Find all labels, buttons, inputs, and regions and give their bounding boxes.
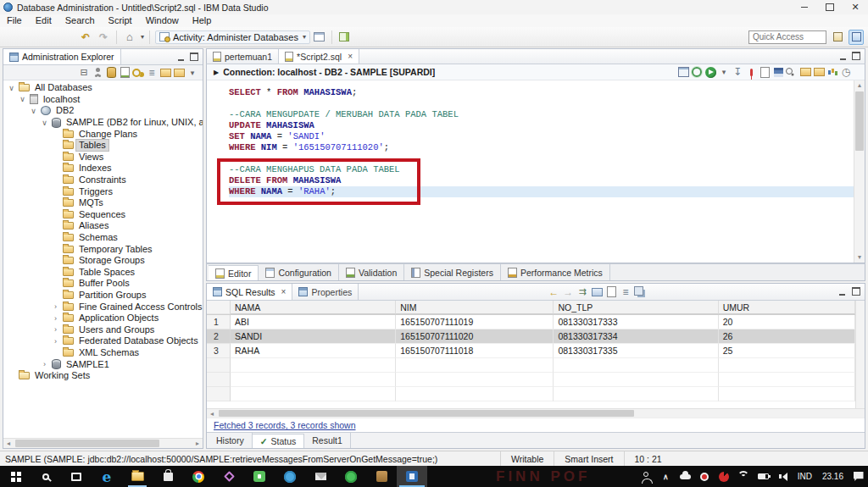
file-explorer-icon[interactable] — [122, 466, 153, 487]
app-green-icon[interactable] — [336, 466, 366, 487]
close-button[interactable]: ✕ — [843, 0, 868, 14]
app-blue-icon[interactable] — [275, 466, 305, 487]
tab-properties[interactable]: Properties — [292, 284, 359, 300]
explorer-hscrollbar[interactable]: ◂ ▸ — [3, 438, 203, 448]
tree-item-aliases[interactable]: Aliases — [3, 220, 203, 232]
maximize-results-icon[interactable] — [852, 288, 860, 296]
tree-item-tables[interactable]: Tables — [3, 140, 203, 152]
tab-validation[interactable]: Validation — [339, 264, 404, 280]
table-view-icon[interactable] — [313, 30, 326, 44]
tree-item-users-and-groups[interactable]: ›Users and Groups — [3, 324, 203, 335]
layout-icon[interactable] — [633, 285, 647, 299]
table-row[interactable]: 2SANDI16515070711102008133031733426 — [207, 329, 855, 344]
run-script-icon[interactable] — [118, 66, 131, 80]
redo-icon[interactable]: ↷ — [96, 29, 111, 45]
key-icon[interactable] — [131, 66, 145, 80]
recorder-icon[interactable] — [695, 466, 715, 487]
data-studio-icon[interactable] — [397, 466, 427, 487]
tree-item-sample1[interactable]: ›SAMPLE1 — [3, 358, 203, 370]
menu-edit[interactable]: Edit — [29, 14, 58, 27]
close-tab-icon[interactable]: × — [348, 52, 353, 61]
run-options-icon[interactable] — [717, 65, 731, 79]
tree-item-change-plans[interactable]: Change Plans — [3, 128, 203, 140]
tree-item-storage-groups[interactable]: Storage Groups — [3, 255, 203, 267]
tree-item-schemas[interactable]: Schemas — [3, 232, 203, 244]
scroll-right-icon[interactable]: ▸ — [192, 440, 203, 447]
tree-item-fine-grained-access-controls[interactable]: ›Fine Grained Access Controls — [3, 301, 203, 313]
expand-connection-icon[interactable]: ▶ — [214, 69, 219, 76]
editor-vscrollbar[interactable]: ▴ ▾ — [854, 80, 865, 263]
tree-item-partition-groups[interactable]: Partition Groups — [3, 290, 203, 302]
store-icon[interactable] — [153, 466, 183, 487]
tree-item-temporary-tables[interactable]: Temporary Tables — [3, 243, 203, 255]
pin-result-icon[interactable] — [576, 285, 589, 299]
column-header-nim[interactable]: NIM — [396, 301, 554, 314]
results-vscrollbar[interactable] — [855, 301, 865, 408]
table-row[interactable]: 1ABI16515070711101908133031733320 — [207, 315, 855, 329]
column-header-no-tlp[interactable]: NO_TLP — [554, 301, 718, 314]
scroll-thumb[interactable] — [15, 440, 159, 447]
task-view-button[interactable] — [61, 466, 92, 487]
notification-center-icon[interactable] — [849, 466, 868, 487]
list-view-icon[interactable] — [145, 66, 159, 80]
menu-search[interactable]: Search — [58, 14, 102, 27]
start-button[interactable] — [0, 466, 31, 487]
tree-item-federated-database-objects[interactable]: ›Federated Database Objects — [3, 335, 203, 347]
activity-selector[interactable]: Activity: Administer Databases ▾ — [155, 30, 310, 44]
recorder-alt-icon[interactable] — [715, 466, 734, 487]
onedrive-icon[interactable] — [676, 466, 695, 487]
wifi-icon[interactable] — [734, 466, 754, 487]
maximize-panel-icon[interactable] — [190, 53, 198, 61]
tab-performance-metrics[interactable]: Performance Metrics — [501, 264, 610, 280]
language-indicator[interactable]: IND — [793, 472, 817, 481]
schedule-icon[interactable] — [839, 65, 853, 79]
new-database-icon[interactable] — [104, 66, 118, 80]
tree-item-localhost[interactable]: ∨localhost — [3, 94, 203, 106]
minimize-button[interactable] — [792, 0, 817, 14]
menu-file[interactable]: File — [0, 14, 29, 27]
battery-icon[interactable] — [754, 466, 773, 487]
people-icon[interactable] — [637, 466, 656, 487]
tree-item-constraints[interactable]: Constraints — [3, 174, 203, 186]
tree-item-application-objects[interactable]: ›Application Objects — [3, 313, 203, 324]
tab-status[interactable]: ✓Status — [253, 434, 305, 448]
table-row[interactable]: 3RAHA16515070711101808133031733525 — [207, 344, 855, 358]
mail-icon[interactable] — [305, 466, 336, 487]
new-user-icon[interactable] — [91, 66, 104, 80]
undo-icon[interactable]: ↶ — [78, 29, 93, 45]
tab-special-registers[interactable]: Special Registers — [404, 264, 501, 280]
editor-tab-script2-sql[interactable]: *Script2.sql× — [279, 49, 359, 64]
scroll-thumb[interactable] — [855, 91, 864, 151]
tab-result1[interactable]: Result1 — [304, 433, 351, 448]
tab-history[interactable]: History — [209, 433, 253, 448]
editor-tab-pertemuan1[interactable]: pertemuan1 — [207, 49, 279, 64]
minimize-editor-icon[interactable] — [838, 53, 847, 60]
scroll-thumb[interactable] — [219, 410, 634, 417]
import-icon[interactable] — [798, 65, 812, 79]
tree-item-mqts[interactable]: MQTs — [3, 197, 203, 209]
scroll-down-icon[interactable]: ▾ — [854, 252, 865, 263]
save-icon[interactable] — [771, 65, 785, 79]
scroll-left-icon[interactable]: ◂ — [207, 410, 217, 418]
tree-item-triggers[interactable]: Triggers — [3, 185, 203, 197]
volume-icon[interactable] — [773, 466, 793, 487]
scroll-track[interactable] — [14, 439, 192, 448]
run-sql-icon[interactable] — [704, 65, 717, 79]
tree-item-indexes[interactable]: Indexes — [3, 163, 203, 174]
column-header-nama[interactable]: NAMA — [231, 301, 396, 314]
tab-sql-results[interactable]: SQL Results× — [207, 284, 292, 300]
hidden-icons-chevron[interactable] — [656, 466, 676, 487]
tab-administration-explorer[interactable]: Administration Explorer — [3, 49, 121, 64]
visual-explain-icon[interactable] — [826, 65, 839, 79]
menu-window[interactable]: Window — [139, 14, 186, 27]
configuration-icon[interactable] — [690, 65, 704, 79]
tree-expanded-arrow-icon[interactable]: ∨ — [40, 119, 49, 127]
find-icon[interactable] — [785, 65, 798, 79]
tab-editor[interactable]: Editor — [209, 265, 259, 280]
view-menu-icon[interactable] — [186, 66, 199, 80]
app-amber-icon[interactable] — [366, 466, 397, 487]
open-result-folder-icon[interactable] — [590, 285, 604, 299]
tree-item-buffer-pools[interactable]: Buffer Pools — [3, 278, 203, 290]
activity-dropdown-icon[interactable]: ▾ — [303, 33, 306, 41]
back-icon[interactable] — [547, 285, 560, 299]
